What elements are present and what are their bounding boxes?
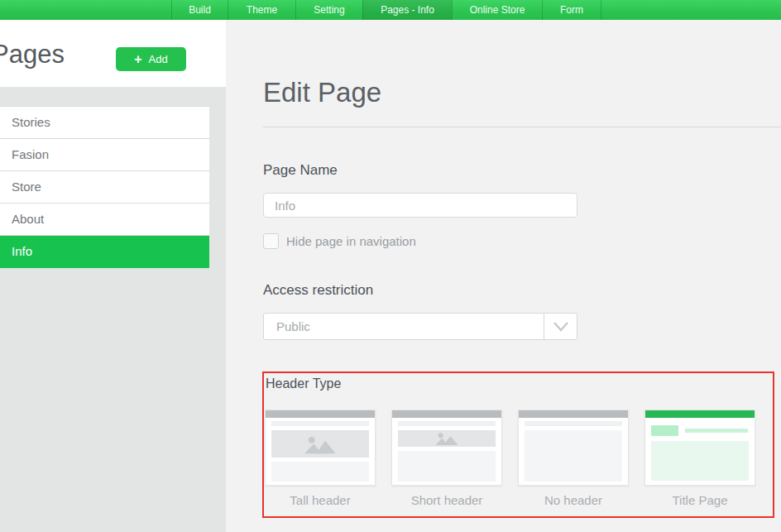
image-placeholder-icon: [398, 430, 496, 447]
page-name-input[interactable]: [263, 193, 577, 218]
top-navbar: Build Theme Setting Pages - Info Online …: [0, 0, 781, 20]
sidebar-item-about[interactable]: About: [0, 204, 209, 236]
header-option-no-header[interactable]: [518, 410, 629, 486]
tab-theme[interactable]: Theme: [228, 0, 295, 20]
sidebar-item-store[interactable]: Store: [0, 171, 209, 204]
tab-form[interactable]: Form: [542, 0, 601, 20]
add-page-button[interactable]: + Add: [116, 47, 186, 71]
thumb-navline: [525, 421, 622, 426]
hide-page-row[interactable]: Hide page in navigation: [263, 233, 416, 249]
thumb-title-line: [685, 429, 748, 433]
thumb-body-block: [651, 441, 749, 481]
tab-build[interactable]: Build: [171, 0, 228, 20]
thumb-topbar: [392, 410, 501, 418]
tab-online-store[interactable]: Online Store: [452, 0, 542, 20]
page-title: Edit Page: [263, 77, 381, 108]
app-window: Build Theme Setting Pages - Info Online …: [0, 0, 781, 532]
plus-icon: +: [134, 53, 141, 66]
thumb-topbar-green: [645, 410, 755, 418]
access-restriction-value: Public: [276, 314, 310, 339]
navbar-tabs: Build Theme Setting Pages - Info Online …: [171, 0, 601, 20]
option-label-short-header: Short header: [391, 493, 502, 507]
access-restriction-label: Access restriction: [263, 282, 373, 299]
thumb-topbar: [519, 410, 628, 418]
add-button-label: Add: [149, 53, 168, 65]
sidebar-item-stories[interactable]: Stories: [0, 107, 209, 139]
header-option-title-page[interactable]: [644, 410, 755, 486]
sidebar-item-info[interactable]: Info: [0, 236, 209, 268]
edit-page-panel: Edit Page Page Name Hide page in navigat…: [226, 20, 781, 532]
header-type-section: Header Type: [262, 371, 774, 518]
image-placeholder-icon: [271, 430, 369, 458]
chevron-down-icon: [544, 314, 577, 339]
tab-setting[interactable]: Setting: [295, 0, 362, 20]
tab-pages-info[interactable]: Pages - Info: [362, 0, 452, 20]
header-option-tall-header[interactable]: [265, 410, 376, 486]
hide-page-checkbox-label: Hide page in navigation: [286, 234, 416, 248]
header-type-option-labels: Tall header Short header No header Title…: [265, 493, 755, 507]
thumb-title-block: [651, 425, 678, 436]
sidebar-title: Pages: [0, 40, 65, 69]
option-label-title-page: Title Page: [644, 493, 755, 507]
header-type-label: Header Type: [266, 376, 341, 391]
title-divider: [263, 127, 781, 127]
thumb-topbar: [266, 410, 375, 418]
hide-page-checkbox[interactable]: [263, 233, 279, 249]
option-label-tall-header: Tall header: [265, 493, 376, 507]
sidebar-item-fasion[interactable]: Fasion: [0, 139, 209, 171]
thumb-navline: [271, 421, 369, 426]
thumb-content-block: [525, 430, 622, 482]
pages-sidebar: Pages + Add Stories Fasion Store About I…: [0, 20, 226, 532]
access-restriction-select[interactable]: Public: [263, 313, 577, 340]
header-option-short-header[interactable]: [391, 410, 502, 486]
thumb-content-block: [271, 462, 369, 482]
page-list: Stories Fasion Store About Info: [0, 106, 209, 268]
thumb-navline: [398, 421, 496, 426]
thumb-content-block: [398, 451, 496, 482]
header-type-options: [265, 410, 755, 486]
option-label-no-header: No header: [518, 493, 629, 507]
page-name-label: Page Name: [263, 162, 338, 179]
sidebar-header: Pages + Add: [0, 20, 226, 87]
